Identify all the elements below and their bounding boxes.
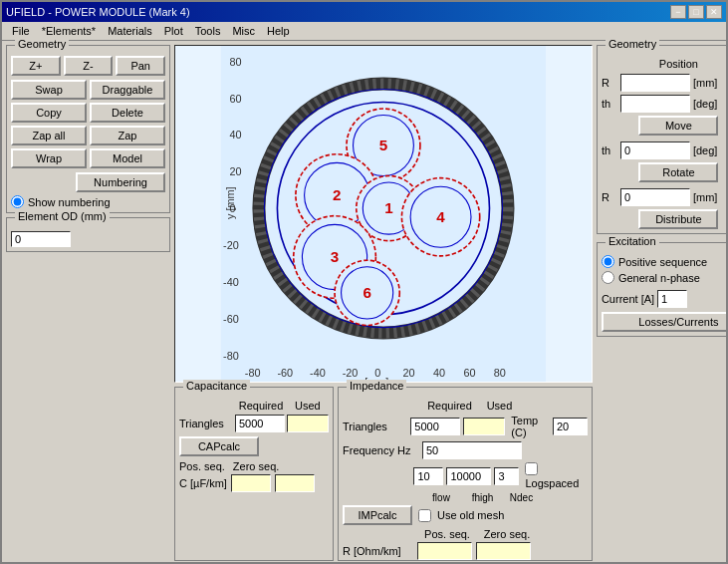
menu-elements[interactable]: *Elements*: [36, 24, 102, 38]
mm-label-2: [mm]: [693, 191, 717, 203]
imp-freq-input[interactable]: [422, 441, 522, 459]
delete-button[interactable]: Delete: [90, 103, 165, 123]
r-distribute-input[interactable]: [620, 188, 690, 206]
show-numbering-label: Show numbering: [28, 196, 111, 208]
svg-text:60: 60: [463, 367, 475, 379]
svg-text:2: 2: [333, 186, 341, 203]
cap-c-label: C [µF/km]: [179, 477, 227, 489]
draggable-button[interactable]: Draggable: [90, 80, 165, 100]
cap-zero-seq-header: Zero seq.: [233, 460, 279, 472]
imp-logspaced-label: Logspaced: [525, 477, 579, 489]
distribute-button[interactable]: Distribute: [638, 209, 718, 229]
position-label: Position: [659, 58, 698, 70]
imp-r-zero-input[interactable]: [476, 542, 531, 560]
element-od-input[interactable]: [11, 231, 71, 247]
svg-text:-40: -40: [310, 367, 326, 379]
svg-text:20: 20: [230, 165, 242, 177]
rotate-button[interactable]: Rotate: [638, 162, 718, 182]
imp-fhigh-input[interactable]: [446, 467, 491, 485]
element-od-title: Element OD (mm): [15, 210, 110, 222]
menu-materials[interactable]: Materials: [102, 24, 158, 38]
th-position-input[interactable]: [620, 95, 690, 113]
zap-all-button[interactable]: Zap all: [11, 126, 87, 145]
center-panel: 80 60 40 20 0 -20 -40 -60 -80 y [mm] -80…: [174, 45, 593, 561]
cap-c-zero-input[interactable]: [275, 474, 315, 492]
menu-file[interactable]: File: [6, 24, 36, 38]
imp-ndec-input[interactable]: [494, 467, 519, 485]
close-button[interactable]: ✕: [706, 5, 722, 19]
geometry-right-group: Geometry Position R [mm] th [deg] Move t…: [597, 45, 728, 234]
svg-text:20: 20: [403, 367, 415, 379]
maximize-button[interactable]: □: [688, 5, 704, 19]
imp-r-label: R [Ohm/km]: [343, 545, 417, 557]
r-position-input[interactable]: [620, 74, 690, 92]
gen-phase-label: General n-phase: [618, 272, 700, 284]
imp-temp-label: Temp (C): [511, 415, 550, 438]
bottom-center-row: Capacitance Required Used Triangles CAPc…: [174, 387, 593, 561]
wrap-button[interactable]: Wrap: [11, 148, 87, 168]
model-button[interactable]: Model: [90, 148, 165, 168]
minimize-button[interactable]: −: [670, 5, 686, 19]
swap-button[interactable]: Swap: [11, 80, 87, 100]
imp-flow-header: flow: [426, 492, 456, 503]
zoom-in-button[interactable]: Z+: [11, 56, 61, 76]
svg-text:-80: -80: [245, 367, 261, 379]
imp-ndec-header: Ndec: [509, 492, 534, 503]
canvas-area: 80 60 40 20 0 -20 -40 -60 -80 y [mm] -80…: [174, 45, 593, 383]
r-distribute-label: R: [602, 191, 617, 203]
menu-misc[interactable]: Misc: [226, 24, 261, 38]
pos-seq-radio[interactable]: [602, 255, 614, 268]
capcalc-button[interactable]: CAPcalc: [179, 436, 259, 456]
svg-text:-40: -40: [223, 276, 239, 288]
numbering-button[interactable]: Numbering: [76, 172, 165, 192]
imp-temp-input[interactable]: [553, 418, 588, 435]
svg-text:-60: -60: [277, 367, 293, 379]
impedance-group: Impedance Required Used Triangles Temp (…: [338, 387, 593, 561]
use-old-mesh-checkbox[interactable]: [418, 509, 431, 522]
menu-tools[interactable]: Tools: [189, 24, 227, 38]
pan-button[interactable]: Pan: [116, 56, 165, 76]
svg-text:1: 1: [384, 200, 393, 217]
svg-text:-80: -80: [223, 350, 239, 362]
canvas-svg: 80 60 40 20 0 -20 -40 -60 -80 y [mm] -80…: [175, 46, 592, 382]
th-rotate-input[interactable]: [620, 141, 690, 159]
th-rotate-label: th: [602, 144, 617, 156]
losses-button[interactable]: Losses/Currents: [602, 312, 728, 332]
zoom-out-button[interactable]: Z-: [64, 56, 114, 76]
svg-text:6: 6: [363, 284, 370, 301]
impcalc-button[interactable]: IMPcalc: [343, 505, 412, 525]
cap-triangles-required-input[interactable]: [235, 415, 285, 432]
impedance-title: Impedance: [347, 380, 406, 392]
menu-help[interactable]: Help: [261, 24, 296, 38]
imp-used-header: Used: [477, 400, 522, 412]
copy-button[interactable]: Copy: [11, 103, 87, 123]
zap-button[interactable]: Zap: [90, 126, 165, 145]
imp-triangles-required-input[interactable]: [410, 418, 460, 435]
svg-text:3: 3: [331, 248, 339, 265]
imp-flow-input[interactable]: [413, 467, 443, 485]
excitation-title: Excitation: [606, 235, 659, 247]
imp-logspaced-checkbox[interactable]: [525, 462, 538, 475]
move-button[interactable]: Move: [638, 116, 718, 136]
show-numbering-radio[interactable]: [11, 195, 24, 208]
imp-triangles-used-input[interactable]: [463, 418, 505, 435]
imp-zero-seq-header: Zero seq.: [477, 528, 537, 540]
deg-label-2: [deg]: [693, 144, 717, 156]
cap-triangles-used-input[interactable]: [287, 415, 329, 432]
imp-r-pos-input[interactable]: [417, 542, 472, 560]
capacitance-group: Capacitance Required Used Triangles CAPc…: [174, 387, 334, 561]
excitation-group: Excitation Positive sequence General n-p…: [597, 242, 728, 337]
cap-c-pos-input[interactable]: [231, 474, 271, 492]
gen-phase-radio[interactable]: [602, 271, 614, 284]
svg-text:4: 4: [436, 208, 445, 225]
svg-text:80: 80: [230, 56, 242, 68]
menu-plot[interactable]: Plot: [158, 24, 189, 38]
imp-logspaced-checkbox-area: Logspaced: [525, 462, 587, 489]
svg-text:y [mm]: y [mm]: [224, 186, 236, 219]
svg-text:-20: -20: [223, 239, 239, 251]
imp-tri-label: Triangles: [343, 421, 410, 432]
title-bar: UFIELD - POWER MODULE (Mark 4) − □ ✕: [2, 2, 726, 22]
cap-required-header: Required: [235, 400, 287, 412]
element-od-group: Element OD (mm): [6, 217, 170, 252]
current-input[interactable]: [657, 290, 687, 308]
